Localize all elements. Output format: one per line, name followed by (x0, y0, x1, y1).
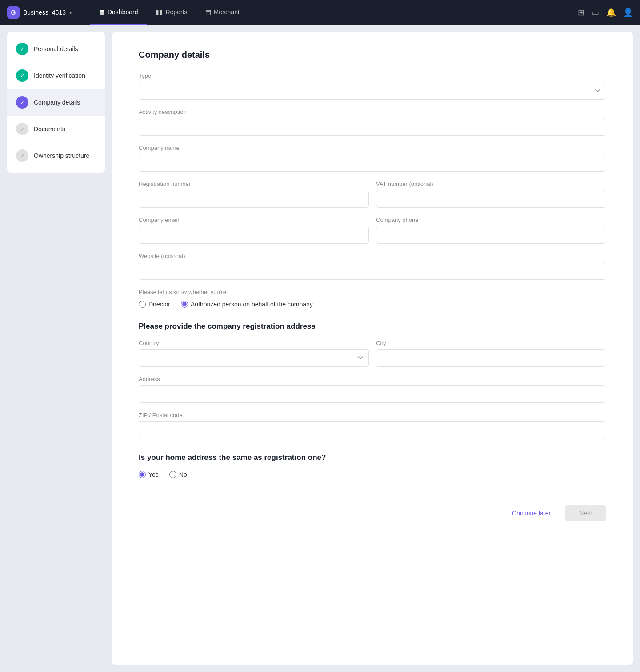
sidebar-item-identity-verification[interactable]: ✓ Identity verification (7, 62, 105, 89)
vat-number-group: VAT number (optional) (376, 181, 606, 208)
director-radio[interactable] (139, 301, 146, 308)
user-icon[interactable]: 👤 (623, 8, 633, 17)
company-email-group: Company email (139, 217, 369, 244)
zip-label: ZIP / Postal code (139, 412, 606, 418)
registration-number-group: Registration number (139, 181, 369, 208)
dashboard-icon: ▦ (99, 8, 105, 16)
nav-item-reports[interactable]: ▮▮ Reports (147, 0, 196, 25)
type-field-group: Type (139, 72, 606, 100)
monitor-icon[interactable]: ▭ (592, 8, 599, 17)
address-label: Address (139, 376, 606, 382)
home-address-no-radio[interactable] (169, 471, 176, 478)
business-label: Business (23, 9, 48, 16)
nav-dashboard-label: Dashboard (108, 8, 138, 16)
sidebar-item-ownership-structure[interactable]: ✓ Ownership structure (7, 142, 105, 169)
home-address-group: Is your home address the same as registr… (139, 453, 606, 478)
brand-logo[interactable]: G Business 4513 ▾ (7, 6, 72, 19)
country-city-row: Country City (139, 340, 606, 376)
role-radio-group: Director Authorized person on behalf of … (139, 301, 606, 308)
authorized-radio-item[interactable]: Authorized person on behalf of the compa… (181, 301, 313, 308)
form-footer: Continue later Next (139, 496, 606, 521)
activity-description-input[interactable] (139, 118, 606, 136)
country-group: Country (139, 340, 369, 367)
sidebar-label-ownership: Ownership structure (34, 152, 89, 159)
type-label: Type (139, 72, 606, 79)
address-input[interactable] (139, 385, 606, 403)
nav-item-dashboard[interactable]: ▦ Dashboard (90, 0, 147, 25)
business-number: 4513 (52, 9, 66, 16)
home-address-yes-item[interactable]: Yes (139, 471, 159, 478)
home-address-yes-radio[interactable] (139, 471, 146, 478)
address-group: Address (139, 376, 606, 403)
home-address-question: Is your home address the same as registr… (139, 453, 606, 462)
country-label: Country (139, 340, 369, 346)
sidebar-item-personal-details[interactable]: ✓ Personal details (7, 36, 105, 62)
nav-merchant-label: Merchant (214, 8, 240, 16)
company-name-input[interactable] (139, 154, 606, 172)
city-label: City (376, 340, 606, 346)
merchant-icon: ▤ (205, 8, 211, 16)
company-name-group: Company name (139, 145, 606, 172)
website-label: Website (optional) (139, 253, 606, 259)
nav-divider (83, 7, 83, 18)
sidebar: ✓ Personal details ✓ Identity verificati… (7, 32, 105, 173)
authorized-label: Authorized person on behalf of the compa… (191, 301, 313, 308)
vat-number-input[interactable] (376, 190, 606, 208)
sidebar-label-identity: Identity verification (34, 72, 85, 79)
brand-icon: G (7, 6, 20, 19)
home-address-yes-label: Yes (148, 471, 159, 478)
nav-right-icons: ⊞ ▭ 🔔 👤 (578, 8, 633, 17)
reports-icon: ▮▮ (156, 8, 163, 16)
nav-reports-label: Reports (165, 8, 187, 16)
main-content: Company details Type Activity descriptio… (112, 32, 633, 665)
sidebar-label-personal: Personal details (34, 45, 78, 52)
sidebar-item-company-details[interactable]: ✓ Company details (7, 89, 105, 116)
activity-description-label: Activity description (139, 109, 606, 115)
continue-later-button[interactable]: Continue later (505, 506, 558, 520)
type-select[interactable] (139, 82, 606, 100)
company-email-label: Company email (139, 217, 369, 223)
registration-number-input[interactable] (139, 190, 369, 208)
reg-vat-row: Registration number VAT number (optional… (139, 181, 606, 217)
step-icon-company: ✓ (16, 96, 28, 109)
home-address-no-label: No (179, 471, 187, 478)
save-icon[interactable]: ⊞ (578, 8, 584, 17)
sidebar-label-company: Company details (34, 99, 80, 106)
city-input[interactable] (376, 349, 606, 367)
address-section-title: Please provide the company registration … (139, 322, 606, 331)
activity-description-group: Activity description (139, 109, 606, 136)
step-icon-identity: ✓ (16, 69, 28, 82)
company-name-label: Company name (139, 145, 606, 151)
bell-icon[interactable]: 🔔 (606, 8, 616, 17)
vat-number-label: VAT number (optional) (376, 181, 606, 187)
director-label: Director (148, 301, 170, 308)
role-helper-text: Please let us know whether you're (139, 289, 606, 295)
authorized-radio[interactable] (181, 301, 188, 308)
home-address-radio-group: Yes No (139, 471, 606, 478)
zip-input[interactable] (139, 421, 606, 439)
company-phone-input[interactable] (376, 226, 606, 244)
company-phone-group: Company phone (376, 217, 606, 244)
sidebar-item-documents[interactable]: ✓ Documents (7, 116, 105, 142)
sidebar-label-documents: Documents (34, 125, 65, 133)
step-icon-ownership: ✓ (16, 149, 28, 162)
city-group: City (376, 340, 606, 367)
step-icon-personal: ✓ (16, 43, 28, 55)
email-phone-row: Company email Company phone (139, 217, 606, 253)
website-input[interactable] (139, 262, 606, 280)
step-icon-documents: ✓ (16, 123, 28, 135)
top-navigation: G Business 4513 ▾ ▦ Dashboard ▮▮ Reports… (0, 0, 640, 25)
next-button[interactable]: Next (565, 505, 606, 521)
nav-item-merchant[interactable]: ▤ Merchant (196, 0, 248, 25)
home-address-no-item[interactable]: No (169, 471, 187, 478)
dropdown-arrow[interactable]: ▾ (69, 10, 72, 16)
role-group: Please let us know whether you're Direct… (139, 289, 606, 308)
company-email-input[interactable] (139, 226, 369, 244)
director-radio-item[interactable]: Director (139, 301, 170, 308)
nav-links: ▦ Dashboard ▮▮ Reports ▤ Merchant (90, 0, 574, 25)
zip-group: ZIP / Postal code (139, 412, 606, 439)
page-layout: ✓ Personal details ✓ Identity verificati… (0, 25, 640, 672)
country-select[interactable] (139, 349, 369, 367)
company-phone-label: Company phone (376, 217, 606, 223)
page-title: Company details (139, 50, 606, 60)
